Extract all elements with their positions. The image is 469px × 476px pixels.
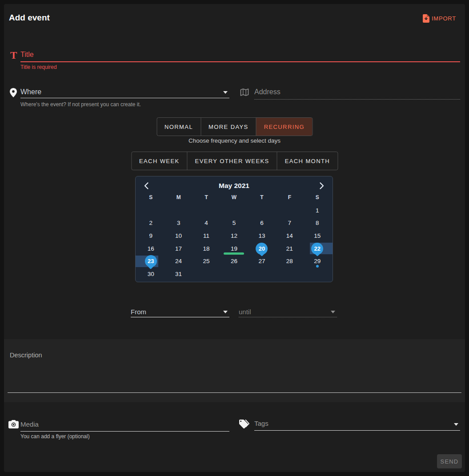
weekday-label: W (220, 193, 248, 202)
day-number: 30 (148, 271, 154, 277)
media-input[interactable] (20, 420, 229, 432)
calendar-day-11[interactable]: 11 (192, 229, 220, 242)
tags-icon (239, 419, 250, 431)
calendar-day-20[interactable]: 20 (248, 242, 276, 255)
calendar-day-9[interactable]: 9 (137, 229, 164, 242)
calendar-day-3[interactable]: 3 (164, 217, 192, 230)
tab-every-other-weeks[interactable]: EVERY OTHER WEEKS (187, 152, 277, 170)
import-button[interactable]: IMPORT (421, 13, 458, 24)
calendar-day-8[interactable]: 8 (304, 217, 331, 230)
calendar-day-14[interactable]: 14 (276, 229, 303, 242)
calendar-week-row: 9101112131415 (137, 229, 331, 242)
chevron-left-icon (144, 182, 148, 189)
calendar-day-30[interactable]: 30 (137, 268, 164, 280)
calendar-day-2[interactable]: 2 (137, 217, 164, 230)
description-label: Description (10, 352, 42, 359)
calendar-prev-button[interactable] (143, 181, 149, 190)
from-placeholder: From (131, 308, 146, 316)
description-textarea[interactable]: Description (4, 339, 465, 402)
calendar-day-25[interactable]: 25 (192, 255, 220, 268)
calendar-header: May 2021 (137, 180, 331, 192)
address-input[interactable] (254, 87, 460, 100)
calendar-weekdays: SMTWTFS (137, 193, 331, 202)
weekday-label: T (248, 193, 276, 202)
calendar-day-17[interactable]: 17 (164, 242, 192, 255)
day-number: 11 (203, 232, 209, 239)
calendar-day-empty (220, 204, 248, 217)
tab-recurring[interactable]: RECURRING (256, 118, 312, 136)
chevron-down-icon (223, 91, 228, 94)
calendar-day-7[interactable]: 7 (276, 217, 303, 230)
calendar-day-15[interactable]: 15 (304, 229, 331, 242)
calendar-day-23[interactable]: 23 (137, 255, 164, 268)
chevron-down-icon (454, 423, 458, 426)
calendar-week-row: 1 (137, 204, 331, 217)
calendar-week-row: 23242526272829 (137, 255, 331, 268)
calendar-day-5[interactable]: 5 (220, 217, 248, 230)
title-icon: T (10, 50, 17, 60)
where-helper-text: Where's the event? If not present you ca… (20, 101, 141, 108)
day-number: 10 (175, 232, 182, 239)
tab-each-month[interactable]: EACH MONTH (277, 152, 337, 170)
calendar-day-4[interactable]: 4 (192, 217, 220, 230)
calendar-day-21[interactable]: 21 (276, 242, 303, 255)
calendar-next-button[interactable] (319, 181, 325, 190)
calendar-day-1[interactable]: 1 (304, 204, 331, 217)
chevron-down-icon (331, 311, 335, 313)
calendar-day-27[interactable]: 27 (248, 255, 276, 268)
calendar-day-19[interactable]: 19 (220, 242, 248, 255)
calendar-day-18[interactable]: 18 (192, 242, 220, 255)
day-number: 27 (258, 258, 265, 264)
weekday-label: M (164, 193, 192, 202)
calendar-day-26[interactable]: 26 (220, 255, 248, 268)
calendar-day-24[interactable]: 24 (164, 255, 192, 268)
camera-icon (8, 420, 19, 430)
day-number: 16 (148, 245, 154, 252)
day-number: 4 (204, 220, 208, 226)
tab-normal[interactable]: NORMAL (157, 118, 200, 136)
file-import-icon (423, 14, 429, 23)
calendar-grid: 1234567891011121314151617181920212223242… (137, 204, 331, 280)
calendar-week-row: 3031 (137, 268, 331, 280)
tab-each-week[interactable]: EACH WEEK (132, 152, 187, 170)
where-placeholder: Where (20, 88, 41, 96)
calendar-day-empty (304, 268, 331, 280)
media-helper-text: You can add a flyer (optional) (20, 433, 90, 440)
chevron-down-icon (223, 311, 228, 313)
calendar-day-13[interactable]: 13 (248, 229, 276, 242)
calendar-day-10[interactable]: 10 (164, 229, 192, 242)
day-number: 31 (175, 271, 182, 277)
calendar-week-row: 2345678 (137, 217, 331, 230)
day-number: 14 (286, 232, 293, 239)
calendar-day-28[interactable]: 28 (276, 255, 303, 268)
day-number: 21 (286, 245, 293, 252)
page-title: Add event (9, 13, 50, 23)
calendar-day-22[interactable]: 22 (304, 242, 331, 255)
day-number: 3 (177, 220, 180, 226)
tags-select[interactable]: Tags (254, 420, 460, 431)
send-button[interactable]: SEND (437, 454, 462, 468)
add-event-dialog: Add event IMPORT T Title is required Whe… (4, 4, 465, 472)
tab-more-days[interactable]: MORE DAYS (200, 118, 256, 136)
calendar-day-empty (248, 204, 276, 217)
calendar-day-12[interactable]: 12 (220, 229, 248, 242)
calendar-day-16[interactable]: 16 (137, 242, 164, 255)
day-number: 26 (231, 258, 237, 264)
calendar-day-empty (192, 204, 220, 217)
day-number: 25 (203, 258, 210, 264)
calendar-day-29[interactable]: 29 (304, 255, 331, 268)
where-select[interactable]: Where (20, 88, 229, 98)
chevron-right-icon (320, 182, 324, 189)
title-input[interactable] (20, 49, 460, 62)
from-select[interactable]: From (131, 308, 229, 317)
calendar-day-31[interactable]: 31 (164, 268, 192, 280)
calendar-week-row: 16171819202122 (137, 242, 331, 255)
day-number: 13 (258, 232, 265, 239)
day-number: 17 (175, 245, 182, 252)
until-select[interactable]: until (239, 308, 337, 317)
calendar-day-empty (220, 268, 248, 280)
calendar-day-6[interactable]: 6 (248, 217, 276, 230)
frequency-tabs: EACH WEEKEVERY OTHER WEEKSEACH MONTH (131, 152, 338, 170)
day-number: 7 (288, 220, 292, 226)
description-underline (8, 392, 461, 393)
